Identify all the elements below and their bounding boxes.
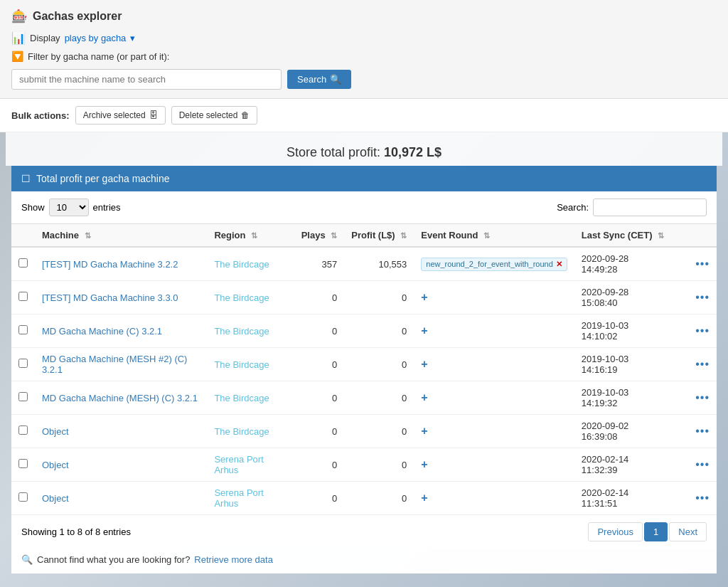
- search-button[interactable]: Search 🔍: [287, 70, 351, 89]
- last-sync-cell: 2020-09-28 14:49:28: [574, 247, 674, 281]
- retrieve-more-link[interactable]: Retrieve more data: [194, 554, 273, 565]
- col-last-sync[interactable]: Last Sync (CET) ⇅: [574, 224, 674, 248]
- add-event-button[interactable]: +: [421, 391, 427, 403]
- table-search-input[interactable]: [593, 199, 707, 216]
- page-wrapper: 🎰 Gachas explorer 📊 Display plays by gac…: [0, 0, 728, 587]
- bulk-actions-bar: Bulk actions: Archive selected 🗄 Delete …: [0, 99, 728, 132]
- region-link[interactable]: The Birdcage: [214, 359, 269, 370]
- show-label: Show: [21, 202, 45, 213]
- table-row: ObjectThe Birdcage00+2020-09-02 16:39:08…: [11, 415, 717, 448]
- machine-link[interactable]: Object: [42, 426, 69, 437]
- plays-cell: 0: [294, 381, 345, 415]
- footer-note: 🔍 Cannot find what you are looking for? …: [11, 549, 717, 573]
- empty-col1: [674, 415, 688, 448]
- dots-cell: •••: [688, 415, 717, 448]
- event-remove-icon[interactable]: ✕: [556, 260, 562, 269]
- row-menu-button[interactable]: •••: [695, 258, 710, 270]
- event-cell: +: [414, 482, 574, 515]
- machine-link[interactable]: Object: [42, 493, 69, 504]
- region-link[interactable]: The Birdcage: [214, 259, 269, 270]
- row-menu-button[interactable]: •••: [695, 291, 710, 303]
- empty-col1: [674, 482, 688, 515]
- machine-link[interactable]: [TEST] MD Gacha Machine 3.2.2: [42, 259, 178, 270]
- profit-text: Store total profit: 10,972 L$: [287, 145, 441, 159]
- last-sync-cell: 2020-09-02 16:39:08: [574, 415, 674, 448]
- page-1-button[interactable]: 1: [644, 522, 668, 541]
- next-button[interactable]: Next: [669, 522, 707, 541]
- table-row: ObjectSerena Port Arhus00+2020-02-14 11:…: [11, 482, 717, 515]
- row-menu-button[interactable]: •••: [695, 492, 710, 504]
- add-event-button[interactable]: +: [421, 492, 427, 504]
- add-event-button[interactable]: +: [421, 324, 427, 337]
- machine-link[interactable]: MD Gacha Machine (C) 3.2.1: [42, 326, 162, 337]
- previous-button[interactable]: Previous: [588, 522, 643, 541]
- filter-icon: 🔽: [11, 51, 23, 62]
- col-machine[interactable]: Machine ⇅: [35, 224, 207, 248]
- pagination-controls: Previous 1 Next: [588, 522, 707, 541]
- machine-link[interactable]: Object: [42, 460, 69, 470]
- display-link[interactable]: plays by gacha: [65, 33, 127, 43]
- search-input[interactable]: [11, 69, 282, 90]
- pagination-bar: Showing 1 to 8 of 8 entries Previous 1 N…: [11, 515, 717, 549]
- dots-cell: •••: [688, 448, 717, 482]
- row-checkbox[interactable]: [18, 292, 28, 301]
- region-link[interactable]: The Birdcage: [214, 426, 269, 437]
- col-region[interactable]: Region ⇅: [207, 224, 294, 248]
- entries-select[interactable]: 10 25 50 100: [49, 199, 89, 216]
- col-event-round[interactable]: Event Round ⇅: [414, 224, 574, 248]
- region-link[interactable]: The Birdcage: [214, 292, 269, 303]
- row-checkbox[interactable]: [18, 425, 28, 435]
- region-link[interactable]: The Birdcage: [214, 393, 269, 403]
- chart-icon: 📊: [11, 31, 26, 45]
- region-link[interactable]: Serena Port Arhus: [214, 454, 263, 475]
- event-cell: +: [414, 281, 574, 314]
- row-checkbox[interactable]: [18, 492, 28, 502]
- archive-selected-button[interactable]: Archive selected 🗄: [75, 106, 166, 125]
- add-event-button[interactable]: +: [421, 358, 427, 370]
- table-row: MD Gacha Machine (MESH #2) (C) 3.2.1The …: [11, 348, 717, 381]
- row-checkbox[interactable]: [18, 392, 28, 401]
- row-checkbox[interactable]: [18, 258, 28, 268]
- filter-row: 🔽 Filter by gacha name (or part of it):: [11, 51, 717, 62]
- profit-label: Store total profit:: [287, 145, 380, 159]
- profit-cell: 0: [344, 415, 414, 448]
- row-menu-button[interactable]: •••: [695, 425, 710, 437]
- delete-selected-button[interactable]: Delete selected 🗑: [171, 106, 258, 125]
- empty-col1: [674, 448, 688, 482]
- machine-link[interactable]: MD Gacha Machine (MESH) (C) 3.2.1: [42, 393, 198, 403]
- row-checkbox[interactable]: [18, 325, 28, 334]
- app-title: 🎰 Gachas explorer: [11, 9, 717, 24]
- profit-value: 10,972 L$: [384, 145, 441, 159]
- profit-cell: 0: [344, 448, 414, 482]
- col-plays[interactable]: Plays ⇅: [294, 224, 345, 248]
- plays-cell: 357: [294, 247, 345, 281]
- row-checkbox[interactable]: [18, 359, 28, 368]
- add-event-button[interactable]: +: [421, 291, 427, 303]
- archive-icon: 🗄: [149, 110, 158, 120]
- row-menu-button[interactable]: •••: [695, 458, 710, 470]
- empty-col1: [674, 348, 688, 381]
- region-link[interactable]: The Birdcage: [214, 326, 269, 337]
- plays-cell: 0: [294, 281, 345, 314]
- last-sync-cell: 2019-10-03 14:16:19: [574, 348, 674, 381]
- row-menu-button[interactable]: •••: [695, 324, 710, 337]
- col-profit[interactable]: Profit (L$) ⇅: [344, 224, 414, 248]
- machine-link[interactable]: [TEST] MD Gacha Machine 3.3.0: [42, 292, 178, 303]
- dropdown-icon[interactable]: ▾: [130, 33, 135, 43]
- table-header-bar: ☐ Total profit per gacha machine: [11, 166, 717, 191]
- machine-link[interactable]: MD Gacha Machine (MESH #2) (C) 3.2.1: [42, 354, 187, 375]
- add-event-button[interactable]: +: [421, 425, 427, 437]
- table-search: Search:: [557, 199, 707, 216]
- display-row: 📊 Display plays by gacha ▾: [11, 31, 717, 45]
- row-checkbox[interactable]: [18, 459, 28, 468]
- showing-text: Showing 1 to 8 of 8 entries: [21, 527, 131, 537]
- event-tag: new_round_2_for_event_with_round✕: [421, 258, 567, 271]
- dots-cell: •••: [688, 348, 717, 381]
- row-menu-button[interactable]: •••: [695, 391, 710, 403]
- delete-icon: 🗑: [241, 110, 250, 120]
- region-link[interactable]: Serena Port Arhus: [214, 487, 263, 509]
- table-body: [TEST] MD Gacha Machine 3.2.2The Birdcag…: [11, 247, 717, 515]
- empty-col1: [674, 314, 688, 348]
- add-event-button[interactable]: +: [421, 458, 427, 470]
- row-menu-button[interactable]: •••: [695, 358, 710, 370]
